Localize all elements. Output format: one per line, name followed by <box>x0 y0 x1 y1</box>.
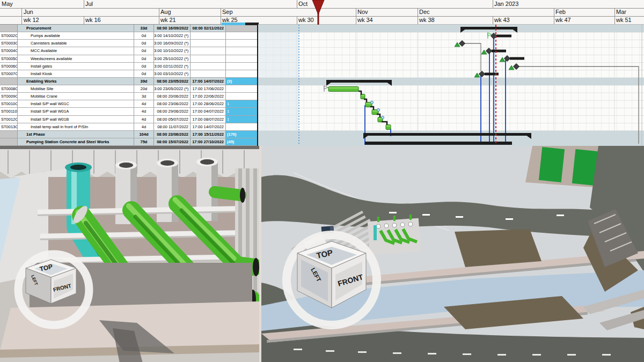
task-bar-highlight <box>386 125 390 127</box>
milestone-span-bar[interactable] <box>510 57 524 60</box>
viewport-3d-detail[interactable]: TOP FRONT LEFT <box>0 146 259 362</box>
milestone-span-bar[interactable] <box>496 35 511 38</box>
gantt-chart[interactable] <box>0 0 644 146</box>
bar-fragment <box>222 23 245 25</box>
constraint-dot <box>371 101 374 104</box>
summary-bar[interactable] <box>460 27 517 29</box>
constraint-dot <box>382 116 384 119</box>
summary-bar[interactable] <box>363 133 531 136</box>
summary-row-band <box>258 78 644 85</box>
milestone-span-bar[interactable] <box>492 50 506 53</box>
summary-row-band <box>258 25 644 32</box>
date-pin-icon[interactable] <box>312 0 324 14</box>
task-bar-highlight <box>329 87 358 89</box>
milestone-span-bar[interactable] <box>485 73 499 76</box>
planning-app-window: MayJulOctJan 2023 JunAugSepNovDecFebMar … <box>0 0 644 362</box>
bar-fragment <box>245 23 258 25</box>
viewport-3d-aerial[interactable]: TOP FRONT LEFT <box>261 146 644 362</box>
summary-bar[interactable] <box>326 80 392 83</box>
constraint-dot <box>377 109 380 112</box>
bar-fragment <box>365 142 512 145</box>
